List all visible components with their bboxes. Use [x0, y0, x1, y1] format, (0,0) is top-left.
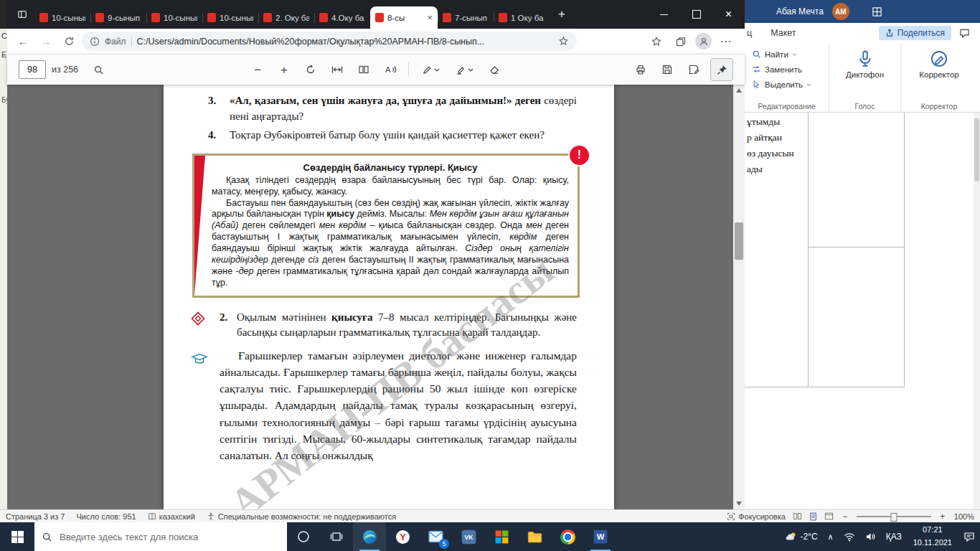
collections-icon	[675, 36, 687, 47]
collections-button[interactable]	[671, 32, 690, 51]
zoom-level-button[interactable]: 100%	[954, 512, 974, 521]
favorites-button[interactable]	[646, 32, 666, 51]
word-scrollbar[interactable]	[974, 113, 980, 509]
show-hidden-icons-button[interactable]: ∧	[823, 522, 839, 551]
language-indicator[interactable]: ҚАЗ	[881, 522, 907, 551]
status-word-count[interactable]: Число слов: 951	[76, 512, 136, 521]
browser-tab[interactable]: 9-сынып	[90, 6, 146, 29]
info-box-paragraph: Бастауыш пен баяндауыштың (сөз бен сөзді…	[212, 198, 569, 289]
account-avatar[interactable]: АМ	[832, 3, 849, 20]
browser-tab[interactable]: 10-сынып	[202, 6, 258, 29]
chrome-app-icon	[560, 529, 575, 545]
zoom-slider-thumb[interactable]	[890, 513, 897, 522]
zoom-slider[interactable]	[857, 516, 931, 517]
action-center-button[interactable]	[958, 522, 980, 551]
pdf-file-icon	[207, 13, 216, 22]
page-number-input[interactable]	[19, 60, 46, 79]
zoom-out-button[interactable]: −	[841, 512, 849, 522]
zoom-in-button[interactable]: +	[938, 512, 947, 522]
erase-button[interactable]	[484, 60, 504, 80]
read-aloud-button[interactable]: A	[380, 60, 400, 80]
network-button[interactable]	[839, 522, 860, 551]
taskbar-app-explorer[interactable]	[518, 522, 551, 551]
view-read-mode-button[interactable]	[793, 512, 802, 520]
status-page-count[interactable]: Страница 3 из 7	[6, 512, 65, 521]
browser-tab[interactable]: 7-сынып	[438, 6, 494, 29]
chevron-down-icon	[434, 68, 440, 72]
status-accessibility[interactable]: Специальные возможности: не поддерживают…	[207, 512, 396, 521]
minimize-button[interactable]	[648, 0, 680, 29]
forward-button[interactable]: →	[36, 32, 56, 52]
profile-button[interactable]	[695, 33, 712, 50]
view-web-layout-button[interactable]	[824, 512, 834, 520]
ribbon-tab-fragment[interactable]: ц	[747, 28, 752, 38]
browser-tab[interactable]: 2. Оку ба	[258, 6, 314, 29]
settings-menu-button[interactable]: ···	[717, 32, 736, 51]
replace-button[interactable]: Заменить	[752, 62, 802, 77]
share-button[interactable]: Поделиться	[879, 26, 951, 40]
taskbar-search[interactable]	[34, 522, 287, 551]
browser-tab[interactable]: 10-сынып	[34, 6, 90, 29]
taskbar-app-store[interactable]	[485, 522, 518, 551]
pdf-search-button[interactable]	[88, 60, 108, 80]
fit-to-width-button[interactable]	[327, 60, 347, 80]
highlight-button[interactable]	[451, 60, 478, 80]
find-button[interactable]: Найти	[752, 47, 797, 62]
scroll-down-button[interactable]	[733, 499, 745, 509]
zoom-in-button[interactable]: +	[274, 60, 294, 80]
draw-button[interactable]	[417, 60, 444, 80]
maximize-button[interactable]	[680, 0, 712, 29]
taskbar-app-vk[interactable]: VK	[452, 522, 485, 551]
clock-widget[interactable]: 07:21 10.11.2021	[907, 522, 958, 551]
browser-tab[interactable]: 1 Оку ба	[494, 6, 550, 29]
status-language[interactable]: казахский	[148, 512, 195, 521]
vk-app-icon: VK	[461, 529, 476, 545]
page-view-button[interactable]	[354, 60, 374, 80]
new-tab-button[interactable]: +	[552, 4, 571, 24]
word-document-area[interactable]: ұтымды р айтқан өз дауысын ады	[745, 113, 980, 509]
tab-close-icon[interactable]: ×	[427, 13, 433, 22]
print-button[interactable]	[631, 60, 651, 80]
taskbar-search-input[interactable]	[58, 531, 280, 543]
page-info-icon[interactable]	[90, 37, 100, 47]
ribbon-display-options-button[interactable]	[867, 1, 888, 22]
taskbar-app-yandex[interactable]: Y	[386, 522, 419, 551]
cortana-button[interactable]	[287, 522, 320, 551]
volume-button[interactable]	[860, 522, 881, 551]
refresh-button[interactable]	[59, 32, 79, 52]
save-as-button[interactable]	[684, 60, 704, 80]
close-button[interactable]: ×	[712, 0, 745, 29]
share-icon	[885, 29, 894, 37]
view-print-layout-button[interactable]	[809, 512, 817, 521]
browser-tab-active[interactable]: 8-сы×	[370, 6, 438, 29]
taskbar-app-mail[interactable]: 5	[419, 522, 452, 551]
add-favorite-icon[interactable]	[558, 36, 569, 47]
weather-widget[interactable]: -2°C	[781, 522, 822, 551]
pdf-scrollbar[interactable]	[733, 85, 745, 509]
editor-button[interactable]: Корректор	[919, 47, 958, 79]
taskbar-app-word[interactable]: W	[584, 522, 617, 551]
ribbon-tab-layout[interactable]: Макет	[771, 28, 796, 38]
scroll-up-button[interactable]	[733, 85, 745, 95]
comments-button[interactable]	[954, 23, 974, 43]
taskbar-app-chrome[interactable]	[551, 522, 584, 551]
save-button[interactable]	[657, 60, 677, 80]
pin-toolbar-button[interactable]	[710, 58, 733, 81]
browser-tab[interactable]: 10-сынып	[146, 6, 202, 29]
dictate-button[interactable]: Диктофон	[846, 47, 884, 79]
task-view-button[interactable]	[320, 522, 353, 551]
word-scrollbar-thumb[interactable]	[974, 118, 979, 182]
pdf-viewport[interactable]: АРМАН-ПВ баспасы 3. «Ал, қазағым, сен үш…	[7, 85, 745, 509]
browser-tab[interactable]: 4.Оку ба	[314, 6, 370, 29]
zoom-out-button[interactable]: −	[248, 60, 268, 80]
back-button[interactable]: ←	[13, 32, 33, 52]
tab-actions-button[interactable]	[13, 5, 32, 24]
scrollbar-thumb[interactable]	[735, 222, 743, 260]
rotate-button[interactable]	[301, 60, 321, 80]
pdf-page: АРМАН-ПВ баспасы 3. «Ал, қазағым, сен үш…	[164, 85, 614, 509]
url-field[interactable]: Файл C:/Users/admin/Documents/Новый%20фо…	[82, 32, 577, 51]
focus-mode-button[interactable]: Фокусировка	[727, 512, 786, 521]
taskbar-app-edge[interactable]	[353, 522, 386, 551]
start-button[interactable]	[0, 522, 34, 551]
select-button[interactable]: Выделить	[752, 77, 811, 92]
